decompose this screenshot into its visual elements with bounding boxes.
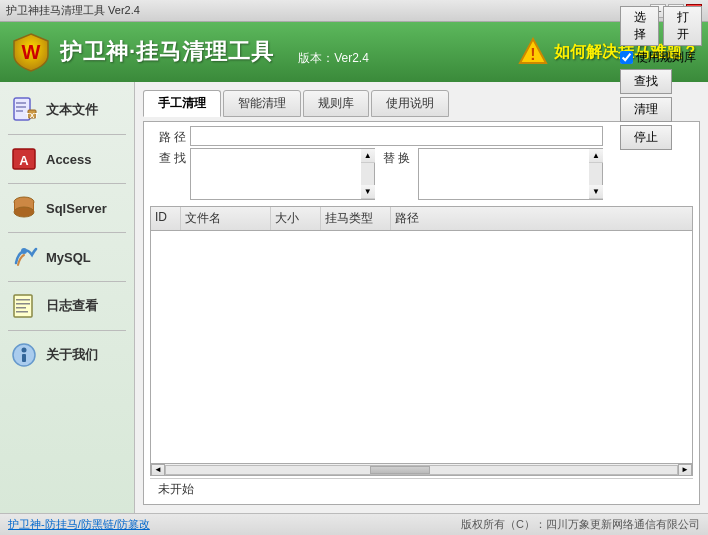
replace-scroll-track bbox=[589, 163, 602, 185]
sidebar-label-about: 关于我们 bbox=[46, 346, 98, 364]
sidebar-divider-4 bbox=[8, 281, 126, 282]
search-textarea-container: ▲ ▼ bbox=[190, 148, 375, 200]
col-header-type: 挂马类型 bbox=[321, 207, 391, 230]
status-bar: 未开始 bbox=[150, 478, 693, 500]
replace-textarea-container: ▲ ▼ bbox=[418, 148, 603, 200]
mysql-icon bbox=[10, 243, 38, 271]
results-table: ID 文件名 大小 挂马类型 路径 ◄ ► bbox=[150, 206, 693, 476]
sidebar-divider-2 bbox=[8, 183, 126, 184]
sidebar: TXT 文本文件 A Access SqlServer bbox=[0, 82, 135, 513]
replace-scroll-down[interactable]: ▼ bbox=[589, 185, 603, 199]
sidebar-label-sqlserver: SqlServer bbox=[46, 201, 107, 216]
search-scroll-down[interactable]: ▼ bbox=[361, 185, 375, 199]
svg-rect-5 bbox=[16, 106, 26, 108]
sidebar-item-about[interactable]: 关于我们 bbox=[0, 333, 134, 377]
svg-rect-6 bbox=[16, 110, 23, 112]
path-row: 路 径 bbox=[150, 126, 693, 146]
sidebar-item-sqlserver[interactable]: SqlServer bbox=[0, 186, 134, 230]
replace-scroll-up[interactable]: ▲ bbox=[589, 149, 603, 163]
search-scroll-up[interactable]: ▲ bbox=[361, 149, 375, 163]
content-area: 手工清理 智能清理 规则库 使用说明 路 径 查 找 ▲ ▼ bbox=[135, 82, 708, 513]
header-version: 版本：Ver2.4 bbox=[298, 50, 369, 67]
svg-rect-4 bbox=[16, 102, 26, 104]
about-icon bbox=[10, 341, 38, 369]
sqlserver-icon bbox=[10, 194, 38, 222]
footer: 护卫神-防挂马/防黑链/防篡改 版权所有（C）：四川万象更新网络通信有限公司 bbox=[0, 513, 708, 535]
replace-textarea[interactable] bbox=[418, 148, 589, 200]
table-header: ID 文件名 大小 挂马类型 路径 bbox=[151, 207, 692, 231]
log-icon bbox=[10, 292, 38, 320]
footer-link[interactable]: 护卫神-防挂马/防黑链/防篡改 bbox=[8, 517, 150, 532]
sidebar-item-text-file[interactable]: TXT 文本文件 bbox=[0, 88, 134, 132]
use-rules-checkbox[interactable] bbox=[620, 51, 633, 64]
header: W 护卫神·挂马清理工具 版本：Ver2.4 ! 如何解决挂马难题？ bbox=[0, 22, 708, 82]
sidebar-item-mysql[interactable]: MySQL bbox=[0, 235, 134, 279]
search-replace-row: 查 找 ▲ ▼ 替 换 ▲ ▼ bbox=[150, 148, 693, 200]
replace-label: 替 换 bbox=[383, 148, 410, 167]
col-header-size: 大小 bbox=[271, 207, 321, 230]
table-body bbox=[151, 231, 692, 463]
header-title: 护卫神·挂马清理工具 bbox=[60, 37, 274, 67]
tab-smart[interactable]: 智能清理 bbox=[223, 90, 301, 117]
path-label: 路 径 bbox=[150, 127, 186, 146]
replace-vscroll: ▲ ▼ bbox=[589, 148, 603, 200]
stop-button[interactable]: 停止 bbox=[620, 125, 672, 150]
svg-rect-24 bbox=[22, 354, 26, 362]
select-button[interactable]: 选择 bbox=[620, 6, 659, 46]
status-text: 未开始 bbox=[158, 482, 194, 496]
sidebar-divider-1 bbox=[8, 134, 126, 135]
path-input[interactable] bbox=[190, 126, 603, 146]
search-textarea[interactable] bbox=[190, 148, 361, 200]
tab-help[interactable]: 使用说明 bbox=[371, 90, 449, 117]
svg-rect-20 bbox=[16, 307, 26, 309]
svg-point-23 bbox=[22, 348, 27, 353]
sidebar-label-mysql: MySQL bbox=[46, 250, 91, 265]
svg-text:A: A bbox=[19, 153, 29, 168]
title-bar-text: 护卫神挂马清理工具 Ver2.4 bbox=[6, 3, 140, 18]
sidebar-item-access[interactable]: A Access bbox=[0, 137, 134, 181]
svg-text:TXT: TXT bbox=[25, 112, 38, 119]
svg-point-13 bbox=[14, 207, 34, 217]
search-scroll-track bbox=[361, 163, 374, 185]
svg-rect-19 bbox=[16, 303, 30, 305]
main-layout: TXT 文本文件 A Access SqlServer bbox=[0, 82, 708, 513]
sidebar-item-log-view[interactable]: 日志查看 bbox=[0, 284, 134, 328]
svg-rect-17 bbox=[14, 295, 32, 317]
col-header-name: 文件名 bbox=[181, 207, 271, 230]
scroll-right[interactable]: ► bbox=[678, 464, 692, 476]
svg-rect-15 bbox=[33, 202, 34, 212]
search-label: 查 找 bbox=[150, 148, 186, 167]
access-icon: A bbox=[10, 145, 38, 173]
col-header-path: 路径 bbox=[391, 207, 692, 230]
file-text-icon: TXT bbox=[10, 96, 38, 124]
use-rules-row: 使用规则库 bbox=[620, 49, 702, 66]
sidebar-label-log: 日志查看 bbox=[46, 297, 98, 315]
title-bar: 护卫神挂马清理工具 Ver2.4 ─ □ ✕ bbox=[0, 0, 708, 22]
scroll-left[interactable]: ◄ bbox=[151, 464, 165, 476]
search-vscroll: ▲ ▼ bbox=[361, 148, 375, 200]
scrollbar-track[interactable] bbox=[165, 465, 678, 475]
sidebar-label-access: Access bbox=[46, 152, 92, 167]
panel-content: 路 径 查 找 ▲ ▼ 替 换 ▲ bbox=[143, 121, 700, 505]
footer-copyright: 版权所有（C）：四川万象更新网络通信有限公司 bbox=[461, 517, 700, 532]
scrollbar-thumb[interactable] bbox=[370, 466, 430, 474]
tab-manual[interactable]: 手工清理 bbox=[143, 90, 221, 117]
header-logo: W 护卫神·挂马清理工具 版本：Ver2.4 bbox=[10, 31, 369, 73]
shield-icon: W bbox=[10, 31, 52, 73]
clear-button[interactable]: 清理 bbox=[620, 97, 672, 122]
svg-rect-18 bbox=[16, 299, 30, 301]
search-button[interactable]: 查找 bbox=[620, 69, 672, 94]
svg-text:!: ! bbox=[530, 46, 535, 63]
use-rules-label: 使用规则库 bbox=[636, 49, 696, 66]
sidebar-divider-3 bbox=[8, 232, 126, 233]
sidebar-label-text-file: 文本文件 bbox=[46, 101, 98, 119]
tabs: 手工清理 智能清理 规则库 使用说明 bbox=[143, 90, 700, 117]
tab-rules[interactable]: 规则库 bbox=[303, 90, 369, 117]
top-btn-row: 选择 打开 bbox=[620, 6, 702, 46]
svg-text:W: W bbox=[22, 41, 41, 63]
open-button[interactable]: 打开 bbox=[663, 6, 702, 46]
warning-icon: ! bbox=[518, 37, 548, 67]
sidebar-divider-5 bbox=[8, 330, 126, 331]
svg-point-16 bbox=[21, 248, 27, 254]
col-header-id: ID bbox=[151, 207, 181, 230]
